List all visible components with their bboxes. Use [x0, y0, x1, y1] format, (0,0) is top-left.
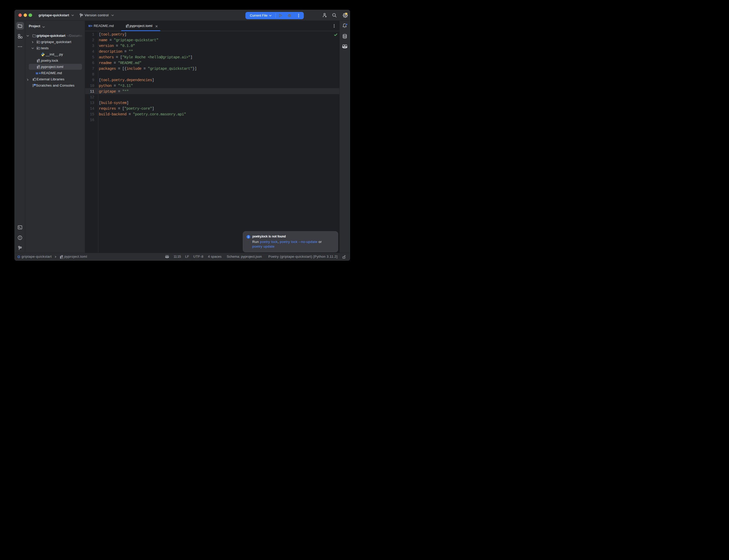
- svg-text:M: M: [36, 72, 38, 75]
- svg-text:[T]: [T]: [61, 257, 63, 259]
- svg-text:[T]: [T]: [127, 26, 129, 28]
- svg-text:[T]: [T]: [38, 61, 40, 63]
- svg-text:M: M: [88, 24, 91, 27]
- svg-text:[T]: [T]: [38, 67, 40, 69]
